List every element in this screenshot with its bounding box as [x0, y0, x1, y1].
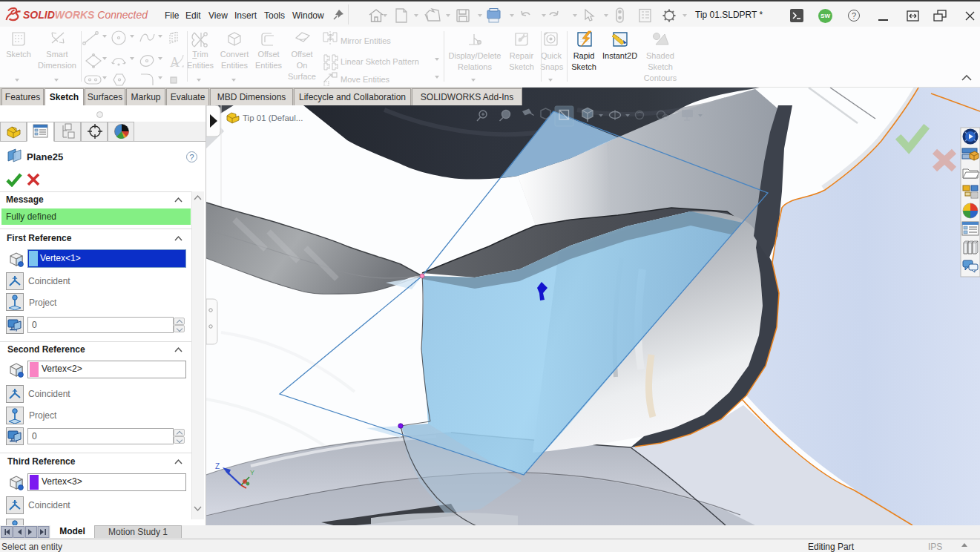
svg-text:Tip 01 (Defaul...: Tip 01 (Defaul...: [243, 114, 303, 122]
svg-text:A: A: [170, 55, 180, 70]
svg-text:Z: Z: [215, 462, 220, 470]
svg-text:Y: Y: [250, 469, 254, 476]
